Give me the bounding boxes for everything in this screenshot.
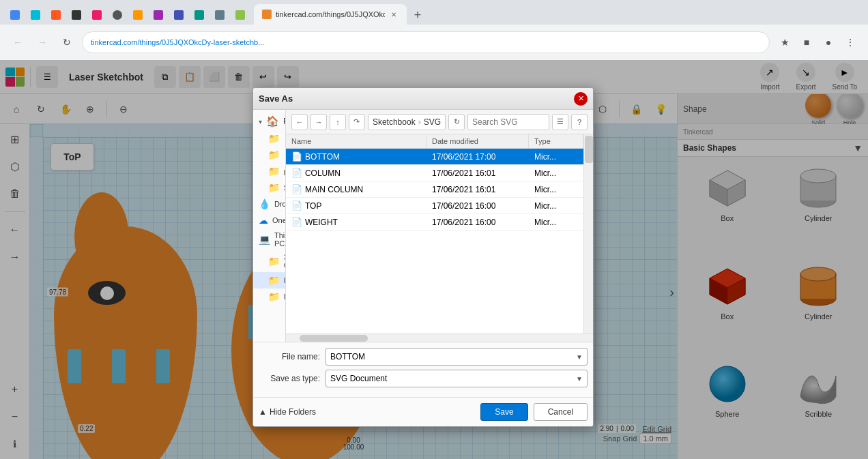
filename-label: File name: [259,352,320,361]
nav-item-3d-objects[interactable]: 📁 3D Objects [253,250,285,272]
dialog-view-btn[interactable]: ☰ [552,114,568,130]
tab-favicon-4[interactable] [67,5,86,25]
file-name-column: 📄 COLUMN [286,165,426,181]
filename-input[interactable]: BOTTOM ▼ [326,348,588,366]
col-modified[interactable]: Date modified [426,134,529,148]
file-date-main-column: 17/06/2021 16:01 [426,181,529,197]
menu-btn[interactable]: ⋮ [841,33,860,52]
horiz-scrollbar[interactable] [286,334,593,342]
dialog-refresh-btn[interactable]: ↻ [448,114,465,130]
dialog-body: ▾ 🏠 Pictures 📁 A20T小狗测试换 📁 Curriculum Gr… [253,110,593,342]
nav-item-a20t[interactable]: 📁 A20T小狗测试换 [253,130,285,147]
col-name[interactable]: Name [286,134,426,148]
dialog-up-btn[interactable]: ↑ [330,114,346,130]
file-row-top[interactable]: 📄 TOP 17/06/2021 16:00 Micr... [286,198,583,214]
file-type-column: Micr... [529,165,583,181]
tab-bar: tinkercad.com/things/0J5JQXOkcDy-laser-s… [0,0,868,25]
filename-row: File name: BOTTOM ▼ [259,348,588,366]
nav-item-curriculum[interactable]: 📁 Curriculum Gra... [253,147,285,163]
file-date-top: 17/06/2021 16:00 [426,198,529,213]
file-date-column: 17/06/2021 16:01 [426,165,529,181]
nav-item-dropbox[interactable]: 💧 Dropbox [253,196,285,212]
dialog-bottom: File name: BOTTOM ▼ Save as type: SVG Do… [253,342,593,397]
browser-chrome: tinkercad.com/things/0J5JQXOkcDy-laser-s… [0,0,868,60]
nav-item-desktop[interactable]: 📁 Desktop [253,272,285,288]
bookmark-btn[interactable]: ★ [775,33,794,52]
tab-favicon-10[interactable] [190,5,209,25]
tab-favicon-11[interactable] [210,5,229,25]
close-tab-btn[interactable]: ✕ [389,10,399,19]
tab-favicon-6[interactable] [108,5,127,25]
file-row-column[interactable]: 📄 COLUMN 17/06/2021 16:01 Micr... [286,165,583,181]
file-list-header: Name Date modified Type [286,134,583,149]
file-date-weight: 17/06/2021 16:00 [426,214,529,230]
nav-item-sketchbot[interactable]: 📁 Sketchbot [253,179,285,196]
tab-favicon-12[interactable] [231,5,250,25]
dialog-save-btn[interactable]: Save [480,403,527,421]
file-name-top-text: TOP [305,201,321,211]
nav-item-pictures[interactable]: ▾ 🏠 Pictures [253,113,285,130]
extensions-btn[interactable]: ■ [797,33,816,52]
nav-item-this-pc[interactable]: 💻 This PC [253,228,285,250]
file-name-column-text: COLUMN [305,168,341,178]
file-name-main-column-text: MAIN COLUMN [305,185,363,194]
dialog-file-list[interactable]: Name Date modified Type 📄 BOTTOM 17/ [286,134,583,334]
scrollbar-thumb[interactable] [585,136,593,163]
tab-favicon-2[interactable] [26,5,45,25]
tab-favicon-9[interactable] [169,5,188,25]
new-tab-btn[interactable]: + [408,5,427,25]
address-bar[interactable]: tinkercad.com/things/0J5JQXOkcDy-laser-s… [82,31,770,53]
nav-item-onedrive[interactable]: ☁ OneDrive [253,212,285,228]
tab-favicon-7[interactable] [128,5,147,25]
horiz-scrollbar-thumb[interactable] [300,335,368,342]
tab-favicon-5[interactable] [87,5,106,25]
savetype-arrow: ▼ [576,375,583,383]
file-type-top: Micr... [529,198,583,213]
file-type-bottom: Micr... [529,149,583,164]
file-type-main-column: Micr... [529,181,583,197]
file-name-main-column: 📄 MAIN COLUMN [286,181,426,197]
file-icon-top: 📄 [291,201,302,211]
dialog-titlebar: Save As ✕ [253,88,593,110]
hide-folders-btn[interactable]: ▲ Hide Folders [259,407,475,417]
dialog-path[interactable]: Sketchbook › SVG [368,114,446,130]
active-tab[interactable]: tinkercad.com/things/0J5JQXOkcDy-laser-s… [254,4,407,25]
tab-favicon-1[interactable] [5,5,25,25]
dialog-close-btn[interactable]: ✕ [574,92,588,106]
nav-item-documents[interactable]: 📁 Documents [253,288,285,305]
dialog-forward-btn[interactable]: → [310,114,327,130]
reload-btn[interactable]: ↻ [57,33,76,52]
back-btn[interactable]: ← [8,33,27,52]
file-row-weight[interactable]: 📄 WEIGHT 17/06/2021 16:00 Micr... [286,214,583,231]
dialog-cancel-btn[interactable]: Cancel [534,403,588,421]
dialog-search-input[interactable] [467,114,549,130]
tab-favicon-8[interactable] [149,5,168,25]
file-icon-column: 📄 [291,168,302,178]
file-name-weight: 📄 WEIGHT [286,214,426,230]
dialog-file-toolbar: ← → ↑ ↷ Sketchbook › SVG ↻ ☰ ? [286,110,593,134]
file-date-bottom: 17/06/2021 17:00 [426,149,529,164]
hide-folders-arrow: ▲ [259,407,267,417]
profile-btn[interactable]: ● [819,33,838,52]
file-type-weight: Micr... [529,214,583,230]
tab-title: tinkercad.com/things/0J5JQXOkcDy-laser-s… [276,10,385,18]
app-area: ☰ Laser Sketchbot ⧉ 📋 ⬜ 🗑 ↩ ↪ ↗ Import ↘… [0,60,868,459]
forward-btn[interactable]: → [33,33,52,52]
savetype-dropdown[interactable]: SVG Document ▼ [326,370,588,387]
dialog-help-btn[interactable]: ? [571,114,588,130]
col-type[interactable]: Type [529,134,583,148]
tab-favicon-3[interactable] [46,5,66,25]
savetype-label: Save as type: [259,374,320,383]
dialog-title-text: Save As [259,93,574,104]
dialog-recent-btn[interactable]: ↷ [349,114,365,130]
file-row-main-column[interactable]: 📄 MAIN COLUMN 17/06/2021 16:01 Micr... [286,181,583,198]
nav-bar: ← → ↻ tinkercad.com/things/0J5JQXOkcDy-l… [0,25,868,60]
file-name-weight-text: WEIGHT [305,218,338,227]
filename-arrow: ▼ [576,353,583,361]
nav-item-photos[interactable]: 📁 photos [253,163,285,179]
file-list-container: Name Date modified Type 📄 BOTTOM 17/ [286,134,593,334]
dialog-back-btn[interactable]: ← [291,114,308,130]
file-row-bottom[interactable]: 📄 BOTTOM 17/06/2021 17:00 Micr... [286,149,583,165]
address-text: tinkercad.com/things/0J5JQXOkcDy-laser-s… [91,38,264,46]
file-list-scrollbar[interactable] [583,134,593,334]
